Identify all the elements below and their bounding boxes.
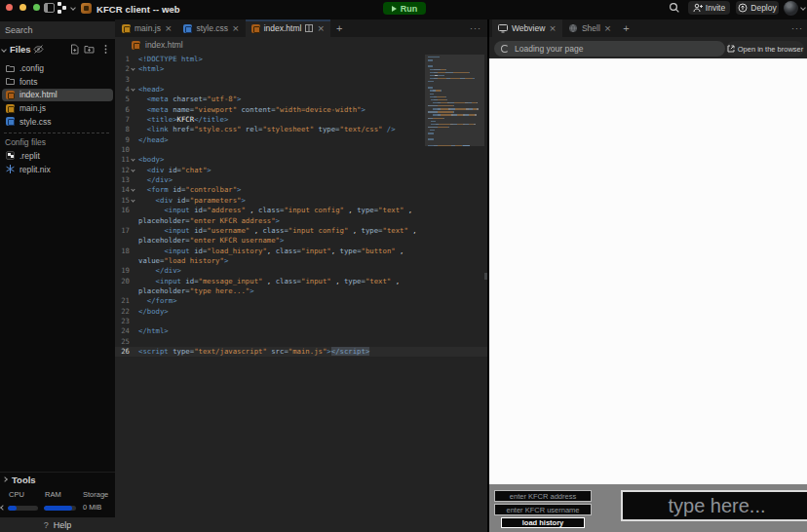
tab-main-js[interactable]: main.js × bbox=[116, 19, 177, 37]
file-item-index-html[interactable]: index.html bbox=[2, 89, 113, 102]
code-line-23[interactable]: 23 bbox=[115, 317, 487, 326]
split-view-icon[interactable] bbox=[305, 24, 313, 32]
breadcrumb[interactable]: index.html bbox=[115, 37, 487, 53]
account-chevron-down-icon[interactable] bbox=[800, 5, 806, 11]
code-line-11[interactable]: 11<body> bbox=[115, 155, 487, 165]
chevron-down-icon[interactable] bbox=[70, 5, 76, 11]
deploy-rocket-icon bbox=[738, 3, 748, 13]
code-line-22[interactable]: 22</body> bbox=[115, 307, 487, 317]
search-icon[interactable] bbox=[669, 2, 680, 14]
ram-label: RAM bbox=[45, 490, 61, 499]
code-line-12[interactable]: 12<div id="chat"> bbox=[115, 166, 487, 175]
new-file-icon[interactable] bbox=[69, 44, 80, 55]
code-line-16[interactable]: placeholder="enter KFCR address"> bbox=[115, 216, 487, 226]
folder-icon bbox=[6, 77, 15, 86]
message-input[interactable]: type here... bbox=[621, 490, 807, 521]
webview-tab-bar: Webview × Shell × + ··· bbox=[489, 19, 807, 37]
ram-meter-fill bbox=[44, 506, 72, 511]
loading-spinner-icon bbox=[501, 45, 509, 53]
monitor-icon bbox=[498, 23, 508, 33]
cpu-meter-fill bbox=[8, 506, 17, 511]
html-file-icon bbox=[6, 91, 15, 99]
minimap-line bbox=[428, 138, 484, 139]
search-input[interactable]: Search bbox=[0, 21, 115, 39]
new-folder-icon[interactable] bbox=[84, 44, 95, 55]
code-line-26[interactable]: 26<script type="text/javascript" src="ma… bbox=[115, 347, 487, 357]
hidden-files-eye-icon[interactable] bbox=[33, 44, 44, 55]
code-line-23[interactable]: placeholder="type here..."> bbox=[115, 286, 487, 296]
tools-chevron-icon[interactable] bbox=[2, 476, 8, 482]
file-item-config[interactable]: .config bbox=[2, 62, 113, 76]
code-line-24[interactable]: 24</html> bbox=[115, 326, 487, 336]
folder-icon bbox=[6, 64, 15, 73]
open-in-browser-button[interactable]: Open in the browser bbox=[726, 41, 804, 57]
files-menu-kebab-icon[interactable] bbox=[100, 44, 111, 55]
webview-options-icon[interactable]: ··· bbox=[791, 19, 803, 37]
minimize-window-button[interactable] bbox=[19, 4, 26, 11]
close-tab-icon[interactable]: × bbox=[604, 23, 612, 33]
close-window-button[interactable] bbox=[6, 4, 13, 11]
code-line-20[interactable]: 20<input id="message_input" , class="inp… bbox=[115, 277, 487, 286]
kfcr-address-input[interactable]: enter KFCR address bbox=[494, 490, 592, 502]
files-collapse-chevron-icon[interactable] bbox=[1, 47, 7, 53]
minimap-line bbox=[428, 121, 484, 122]
minimap[interactable] bbox=[428, 57, 484, 148]
minimap-line bbox=[428, 133, 484, 133]
tab-webview[interactable]: Webview × bbox=[492, 19, 562, 37]
kfcr-username-input[interactable]: enter KFCR username bbox=[494, 504, 592, 515]
load-history-button[interactable]: load history bbox=[501, 517, 585, 528]
close-tab-icon[interactable]: × bbox=[232, 23, 240, 33]
cpu-meter bbox=[8, 506, 38, 511]
deploy-button[interactable]: Deploy bbox=[736, 1, 779, 15]
collapse-sidebar-chevron-icon[interactable] bbox=[0, 505, 6, 511]
code-line-13[interactable]: 13</div> bbox=[115, 175, 487, 185]
code-line-16[interactable]: 16<input id="address" , class="input con… bbox=[115, 206, 487, 215]
replit-logo-icon[interactable] bbox=[58, 2, 68, 14]
minimap-line bbox=[428, 57, 484, 57]
code-line-25[interactable]: 25 bbox=[115, 337, 487, 347]
minimap-line bbox=[428, 96, 484, 97]
maximize-window-button[interactable] bbox=[33, 4, 40, 11]
code-line-20[interactable]: value="load history"> bbox=[115, 256, 487, 266]
file-item-style-css[interactable]: style.css bbox=[2, 115, 113, 129]
tab-index-html[interactable]: index.html × bbox=[246, 19, 330, 37]
code-line-19[interactable]: 19</div> bbox=[115, 266, 487, 276]
new-tab-icon[interactable]: + bbox=[617, 19, 634, 37]
minimap-line bbox=[428, 81, 484, 82]
editor-pane: main.js × style.css × index.html × + ···… bbox=[115, 19, 487, 532]
close-tab-icon[interactable]: × bbox=[317, 23, 325, 33]
editor-tab-options-icon[interactable]: ··· bbox=[470, 19, 481, 37]
invite-button[interactable]: Invite bbox=[688, 1, 730, 15]
editor-tab-bar: main.js × style.css × index.html × + ··· bbox=[115, 19, 487, 37]
minimap-line bbox=[428, 130, 484, 131]
url-loading-bar[interactable]: Loading your page bbox=[494, 41, 725, 57]
tab-style-css[interactable]: style.css × bbox=[177, 19, 245, 37]
minimap-line bbox=[428, 102, 484, 103]
nix-file-icon bbox=[6, 165, 15, 173]
run-button[interactable]: Run bbox=[383, 2, 426, 15]
file-item-fonts[interactable]: fonts bbox=[2, 75, 113, 89]
code-line-14[interactable]: 14<form id="controlbar"> bbox=[115, 185, 487, 195]
minimap-line bbox=[428, 127, 484, 128]
code-line-17[interactable]: 17<input id="username" , class="input co… bbox=[115, 226, 487, 236]
code-line-18[interactable]: 18<input id="load_history", class="input… bbox=[115, 247, 487, 256]
js-file-icon bbox=[122, 24, 131, 33]
close-tab-icon[interactable]: × bbox=[165, 23, 173, 33]
close-tab-icon[interactable]: × bbox=[549, 23, 557, 33]
sidebar-separator bbox=[4, 133, 109, 133]
js-file-icon bbox=[6, 104, 15, 113]
minimap-line bbox=[428, 114, 484, 115]
file-item-main-js[interactable]: main.js bbox=[2, 101, 113, 115]
sidebar-toggle-icon[interactable] bbox=[44, 3, 55, 13]
tab-shell[interactable]: Shell × bbox=[562, 19, 617, 37]
help-button[interactable]: ? Help bbox=[0, 517, 115, 532]
minimap-line bbox=[428, 87, 484, 88]
code-line-21[interactable]: 21</form> bbox=[115, 296, 487, 306]
file-item-replit[interactable]: .replit bbox=[2, 149, 113, 163]
new-tab-icon[interactable]: + bbox=[330, 19, 348, 37]
code-line-15[interactable]: 15<div id="parameters"> bbox=[115, 196, 487, 206]
file-item-replit-nix[interactable]: replit.nix bbox=[2, 163, 113, 176]
minimap-line bbox=[428, 78, 484, 79]
code-line-18[interactable]: placeholder="enter KFCR username"> bbox=[115, 236, 487, 246]
avatar[interactable] bbox=[784, 1, 798, 16]
